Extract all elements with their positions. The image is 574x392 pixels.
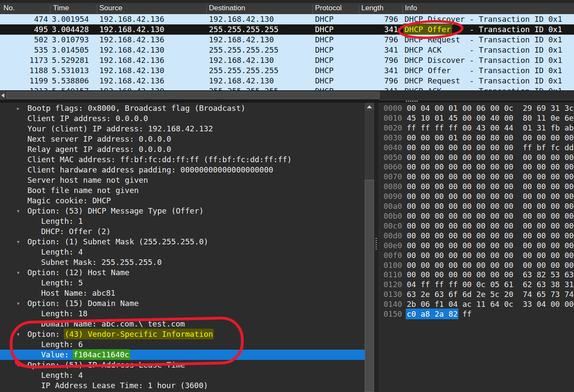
collapsed-arrow-icon[interactable]: ▸	[16, 103, 25, 113]
column-resize-handle[interactable]	[50, 5, 51, 14]
packet-detail-panel: ▸Bootp flags: 0x8000, Broadcast flag (Br…	[0, 103, 365, 392]
column-header-destination[interactable]: Destination	[209, 4, 245, 12]
packet-row[interactable]: 5353.014505192.168.42.130255.255.255.255…	[0, 45, 574, 55]
panel-splitter-vertical[interactable]	[374, 103, 378, 392]
horizontal-scrollbar-thumb[interactable]	[6, 92, 380, 99]
tree-row[interactable]: Domain Name: abc.com.\ test.com	[0, 319, 365, 329]
hex-row[interactable]: 0000 00 04 00 01 00 06 00 0c 29 69 31 3c	[378, 104, 574, 113]
scroll-left-button[interactable]	[0, 91, 6, 100]
hex-row[interactable]: 00f0 00 00 00 00 00 00 00 00 00 00 00 00	[378, 251, 574, 261]
hex-row[interactable]: 0040 00 00 00 00 00 00 00 00 ff bf fc dd	[378, 143, 574, 153]
hex-row[interactable]: 00d0 00 00 00 00 00 00 00 00 00 00 00 00	[378, 231, 574, 241]
column-resize-handle[interactable]	[402, 5, 403, 14]
column-header-source[interactable]: Source	[99, 4, 122, 12]
tree-row[interactable]: ▾Option: (1) Subnet Mask (255.255.255.0)	[0, 237, 365, 247]
packet-list-panel: No. Time Source Destination Protocol Len…	[0, 0, 574, 100]
vertical-scrollbar[interactable]	[365, 103, 374, 392]
hex-row[interactable]: 0060 00 00 00 00 00 00 00 00 00 00 00 00	[378, 162, 574, 172]
scroll-up-button[interactable]	[365, 103, 374, 110]
packet-row[interactable]: 11735.529281192.168.42.136192.168.42.130…	[0, 55, 574, 65]
hex-row[interactable]: 00c0 00 00 00 00 00 00 00 00 00 00 00 00	[378, 221, 574, 231]
tree-row[interactable]: Subnet Mask: 255.255.255.0	[0, 257, 365, 267]
expanded-arrow-icon[interactable]: ▾	[16, 237, 25, 247]
panel-splitter-horizontal[interactable]	[0, 100, 574, 103]
expanded-arrow-icon[interactable]: ▾	[16, 298, 25, 309]
info-message-type: DHCP Offer	[404, 25, 451, 34]
tree-row[interactable]: ▾Option: (12) Host Name	[0, 267, 365, 278]
tree-row[interactable]: Length: 4	[0, 370, 365, 380]
tree-row[interactable]: Length: 18	[0, 309, 365, 319]
hex-row[interactable]: 0020 ff ff ff ff 00 43 00 44 01 31 fb ab	[378, 123, 574, 133]
column-resize-handle[interactable]	[97, 5, 97, 14]
tree-row[interactable]: DHCP: Offer (2)	[0, 226, 365, 237]
hex-row[interactable]: 00e0 00 00 00 00 00 00 00 00 00 00 00 00	[378, 241, 574, 251]
tree-row[interactable]: IP Address Lease Time: 1 hour (3600)	[0, 380, 365, 391]
expanded-arrow-icon[interactable]: ▾	[16, 360, 25, 370]
tree-row[interactable]: Relay agent IP address: 0.0.0.0	[0, 144, 365, 154]
hex-row[interactable]: 0100 00 00 00 00 00 00 00 00 00 00 00 00	[378, 261, 574, 270]
hex-row[interactable]: 0090 00 00 00 00 00 00 00 00 00 00 00 00	[378, 192, 574, 202]
hex-row[interactable]: 0120 04 ff ff ff 00 0c 05 61 62 63 38 31	[378, 280, 574, 290]
expanded-arrow-icon[interactable]: ▾	[16, 206, 25, 216]
expanded-arrow-icon[interactable]: ▾	[16, 329, 25, 339]
info-message-type: DHCP Offer	[404, 66, 451, 75]
tree-row[interactable]: Next server IP address: 0.0.0.0	[0, 134, 365, 144]
packet-rows: 4743.001954192.168.42.136192.168.42.130D…	[0, 14, 574, 90]
packet-row[interactable]: 11995.538806192.168.42.136192.168.42.130…	[0, 76, 574, 86]
horizontal-scrollbar[interactable]	[0, 90, 574, 100]
packet-row[interactable]: 12135.540157192.168.42.130255.255.255.25…	[0, 86, 574, 90]
tree-row[interactable]: ▸Bootp flags: 0x8000, Broadcast flag (Br…	[0, 103, 365, 113]
hex-row[interactable]: 0130 63 2e 63 6f 6d 2e 5c 20 74 65 73 74	[378, 290, 574, 300]
tree-row[interactable]: ▾Option: (15) Domain Name	[0, 298, 365, 309]
hex-selected-bytes: c0 a8 2a 82	[407, 309, 458, 318]
tree-row[interactable]: Host Name: abc81	[0, 288, 365, 298]
tree-row[interactable]: Boot file name not given	[0, 185, 365, 196]
tree-row[interactable]: Server host name not given	[0, 175, 365, 185]
column-header-length[interactable]: Length	[361, 4, 384, 12]
tree-row[interactable]: Your (client) IP address: 192.168.42.132	[0, 124, 365, 134]
hex-row[interactable]: 0140 2b 06 f1 04 ac 11 64 0c 33 04 00 00	[378, 300, 574, 309]
hex-row[interactable]: 0010 45 10 01 45 00 00 40 00 80 11 0e 6e	[378, 113, 574, 123]
hex-row[interactable]: 00b0 00 00 00 00 00 00 00 00 00 00 00 00	[378, 211, 574, 221]
tree-row[interactable]: Length: 4	[0, 247, 365, 257]
info-message-type: DHCP Request	[404, 76, 460, 85]
tree-row[interactable]: ▾Option: (51) IP Address Lease Time	[0, 360, 365, 370]
tree-row[interactable]: ▾Option: (43) Vendor-Specific Informatio…	[0, 329, 365, 339]
tree-row[interactable]: Client hardware address padding: 0000000…	[0, 165, 365, 175]
hex-row[interactable]: 00a0 00 00 00 00 00 00 00 00 00 00 00 00	[378, 202, 574, 211]
column-header-no[interactable]: No.	[3, 4, 15, 12]
splitter-line	[378, 100, 574, 100]
tree-row[interactable]: Value: f104ac11640c	[0, 350, 365, 360]
tree-row[interactable]: Length: 5	[0, 278, 365, 288]
tree-row[interactable]: Length: 6	[0, 339, 365, 350]
tree-row[interactable]: Client MAC address: ff:bf:fc:dd:ff:ff (f…	[0, 154, 365, 165]
splitter-handle-icon[interactable]	[375, 238, 377, 249]
packet-row[interactable]: 4953.004428192.168.42.130255.255.255.255…	[0, 24, 574, 35]
splitter-handle-icon[interactable]	[406, 101, 419, 102]
tree-row[interactable]: ▾Option: (53) DHCP Message Type (Offer)	[0, 206, 365, 216]
tree-row[interactable]: Magic cookie: DHCP	[0, 196, 365, 206]
hex-row[interactable]: 0110 00 00 00 00 00 00 00 00 63 82 53 63	[378, 270, 574, 280]
packet-row[interactable]: 5023.010793192.168.42.136192.168.42.130D…	[0, 35, 574, 45]
hex-row[interactable]: 0030 00 00 00 01 00 00 80 00 00 00 00 00	[378, 133, 574, 143]
column-resize-handle[interactable]	[312, 5, 313, 14]
hex-row[interactable]: 0080 00 00 00 00 00 00 00 00 00 00 00 00	[378, 182, 574, 192]
expanded-arrow-icon[interactable]: ▾	[16, 267, 25, 278]
arrow-up-icon	[367, 105, 372, 108]
packet-row[interactable]: 4743.001954192.168.42.136192.168.42.130D…	[0, 14, 574, 24]
hex-row[interactable]: 0050 00 00 00 00 00 00 00 00 00 00 00 00	[378, 153, 574, 163]
column-resize-handle[interactable]	[359, 5, 359, 14]
hex-row[interactable]: 0150 c0 a8 2a 82 ff	[378, 309, 574, 319]
hex-dump-panel: 0000 00 04 00 01 00 06 00 0c 29 69 31 3c…	[378, 103, 574, 392]
column-header-protocol[interactable]: Protocol	[315, 4, 342, 12]
info-message-type: DHCP ACK	[404, 86, 442, 90]
column-header-info[interactable]: Info	[405, 4, 417, 12]
column-resize-handle[interactable]	[206, 5, 207, 14]
tree-row[interactable]: Length: 1	[0, 216, 365, 226]
info-message-type: DHCP Discover	[404, 56, 465, 65]
tree-row[interactable]: Client IP address: 0.0.0.0	[0, 113, 365, 124]
hex-row[interactable]: 0070 00 00 00 00 00 00 00 00 00 00 00 00	[378, 172, 574, 182]
vertical-scrollbar-thumb[interactable]	[365, 180, 374, 392]
column-header-time[interactable]: Time	[53, 4, 69, 12]
packet-row[interactable]: 11885.531013192.168.42.130255.255.255.25…	[0, 65, 574, 76]
